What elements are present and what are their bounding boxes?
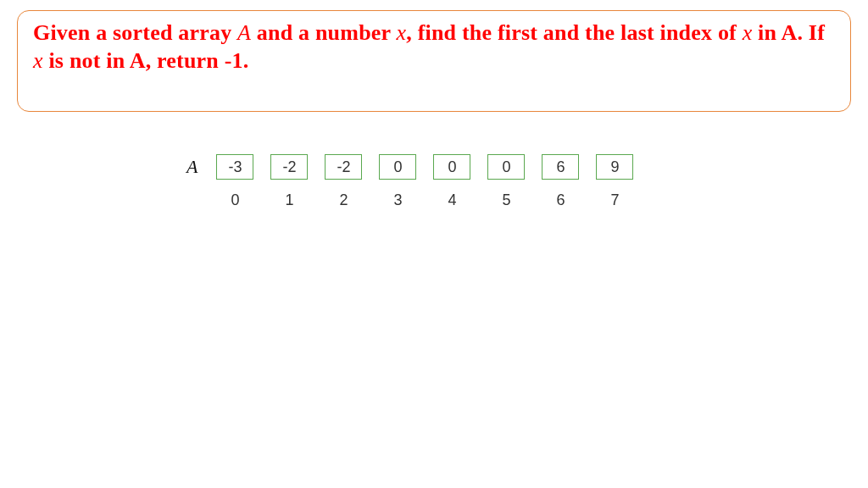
problem-text: Given a sorted array A and a number x, f… [33, 19, 835, 75]
array-cell: 9 [596, 154, 633, 180]
array-index: 0 [216, 191, 253, 209]
array-index: 6 [542, 191, 579, 209]
array-index: 4 [433, 191, 470, 209]
array-cell: 0 [379, 154, 416, 180]
math-var: x [397, 20, 407, 45]
array-index: 7 [596, 191, 633, 209]
problem-statement-box: Given a sorted array A and a number x, f… [17, 10, 851, 112]
array-cell: -2 [325, 154, 362, 180]
array-cell: -2 [270, 154, 308, 180]
array-index: 2 [325, 191, 362, 209]
array-cell: 6 [542, 154, 579, 180]
math-var: x [743, 20, 753, 45]
array-index: 3 [379, 191, 416, 209]
array-index: 1 [270, 191, 308, 209]
array-cells-wrap: -3-2-200069 01234567 [216, 154, 633, 209]
array-indices-row: 01234567 [216, 191, 633, 209]
array-visualization: A -3-2-200069 01234567 [17, 154, 851, 209]
array-values-row: -3-2-200069 [216, 154, 633, 180]
array-label: A [186, 156, 198, 178]
math-var: x [33, 48, 43, 73]
array-cell: 0 [487, 154, 525, 180]
math-var: A [237, 20, 251, 45]
array-index: 5 [487, 191, 525, 209]
array-cell: 0 [433, 154, 470, 180]
array-cell: -3 [216, 154, 253, 180]
